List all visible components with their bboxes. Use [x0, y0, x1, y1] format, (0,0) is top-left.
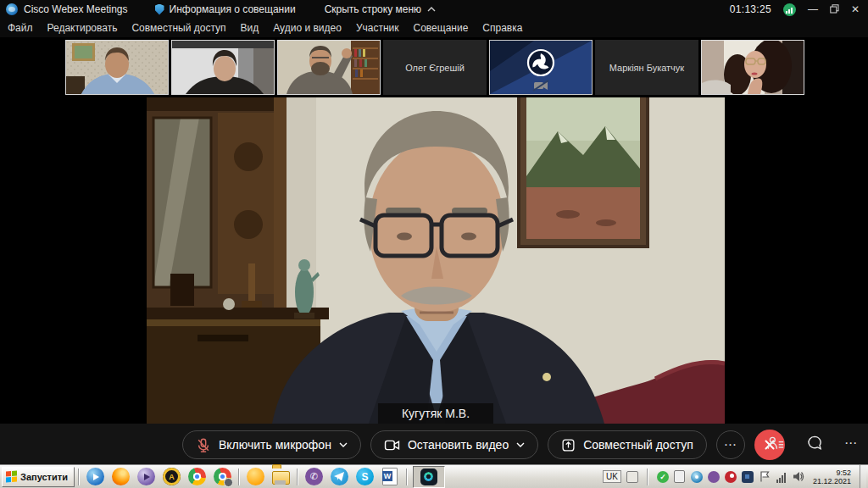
participant-tile-name-2[interactable]: Маркіян Букатчук: [595, 40, 698, 95]
chrome-icon[interactable]: [188, 468, 206, 485]
webex-window: Cisco Webex Meetings Информация о совеща…: [0, 0, 868, 488]
chrome-canary-icon[interactable]: [247, 468, 264, 485]
stop-video-label: Остановить видео: [408, 438, 509, 452]
menubar: Файл Редактировать Совместный доступ Вид…: [0, 19, 868, 37]
participant-tile-video-1[interactable]: [65, 40, 169, 95]
unmute-label: Включить микрофон: [219, 438, 331, 452]
hide-menubar-label: Скрыть строку меню: [325, 3, 421, 15]
network-signal-icon[interactable]: [776, 471, 787, 483]
hide-menubar-button[interactable]: Скрыть строку меню: [325, 3, 436, 15]
tray-clock[interactable]: 9:52 21.12.2021: [810, 469, 854, 485]
show-desktop-button[interactable]: [860, 465, 866, 488]
tray-time: 9:52: [813, 469, 851, 477]
windows-taskbar: Запустити A ✆ S UK: [0, 464, 868, 488]
power-tray-icon[interactable]: [674, 470, 685, 483]
participant-video-thumbnail: [278, 41, 380, 94]
participant-video-thumbnail: [702, 41, 804, 94]
menu-item-help[interactable]: Справка: [482, 22, 522, 34]
paper-plane-icon: [334, 472, 344, 481]
kmplayer-icon[interactable]: [137, 468, 155, 485]
keyboard-layout-icon[interactable]: [626, 471, 638, 483]
participant-video-thumbnail: [66, 41, 168, 94]
stop-video-button[interactable]: Остановить видео: [370, 430, 538, 459]
profile-badge: [224, 478, 233, 487]
connection-quality-icon: [783, 3, 796, 16]
meeting-timer: 01:13:25: [730, 3, 771, 15]
participant-tile-video-2[interactable]: [171, 40, 275, 95]
unmute-button[interactable]: Включить микрофон: [182, 430, 361, 459]
main-video-kugutyak[interactable]: Кугутяк М.В.: [147, 97, 725, 424]
webex-app-icon: [420, 469, 437, 485]
chat-panel-button[interactable]: [806, 435, 823, 451]
obs-thumbnail: [490, 41, 592, 94]
close-button[interactable]: ✕: [851, 4, 860, 14]
more-options-button[interactable]: ⋯: [716, 430, 745, 459]
meeting-controlbar: Включить микрофон Остановить видео: [0, 424, 868, 464]
chrome-profile-icon[interactable]: [214, 468, 231, 485]
chevron-up-icon: [427, 7, 436, 12]
participant-filmstrip: Олег Єгрешій: [0, 37, 868, 97]
speaker-name-tag: Кугутяк М.В.: [378, 403, 493, 424]
aimp-icon[interactable]: A: [163, 468, 181, 485]
webex-logo-icon: [6, 3, 18, 15]
participant-tile-obs[interactable]: [489, 40, 593, 95]
app-tray-icon[interactable]: [742, 471, 754, 483]
obs-logo-icon: [528, 50, 554, 75]
participants-panel-button[interactable]: [766, 435, 785, 451]
menu-item-audio-video[interactable]: Аудио и видео: [273, 22, 342, 34]
participant-tile-video-3[interactable]: [277, 40, 381, 95]
participant-name: Олег Єгрешій: [405, 63, 465, 73]
camera-icon: [384, 439, 400, 452]
language-indicator[interactable]: UK: [603, 470, 621, 483]
viber-icon[interactable]: ✆: [305, 468, 323, 485]
chevron-down-icon[interactable]: [339, 442, 348, 447]
telegram-icon[interactable]: [331, 468, 348, 485]
taskbar-separator: [238, 469, 240, 485]
share-label: Совместный доступ: [583, 438, 693, 452]
speaker-video-scene: [147, 97, 725, 424]
volume-icon[interactable]: [793, 471, 804, 483]
viber-tray-icon[interactable]: [708, 471, 720, 483]
participant-video-thumbnail: [172, 41, 274, 94]
menu-item-meeting[interactable]: Совещание: [414, 22, 469, 34]
mic-muted-icon: [196, 437, 211, 453]
firefox-icon[interactable]: [112, 468, 130, 485]
start-button[interactable]: Запустити: [2, 467, 75, 487]
main-stage: Кугутяк М.В.: [0, 97, 868, 424]
minimize-button[interactable]: —: [808, 4, 818, 14]
menu-item-share[interactable]: Совместный доступ: [131, 22, 225, 34]
utility-tray-icon[interactable]: [691, 471, 703, 483]
taskbar-separator: [78, 469, 80, 485]
meeting-info-button[interactable]: Информация о совещании: [170, 3, 296, 15]
file-explorer-icon[interactable]: [272, 471, 290, 485]
more-panels-button[interactable]: ⋯: [844, 435, 858, 451]
chevron-down-icon[interactable]: [516, 442, 525, 447]
tray-date: 21.12.2021: [813, 477, 851, 485]
taskbar-separator: [406, 469, 408, 485]
aimp-tray-icon[interactable]: [725, 471, 737, 483]
app-title: Cisco Webex Meetings: [24, 3, 128, 15]
maximize-button[interactable]: [830, 4, 839, 15]
word-icon[interactable]: [382, 468, 398, 485]
skype-icon[interactable]: S: [356, 468, 374, 485]
menu-item-edit[interactable]: Редактировать: [47, 22, 118, 34]
maximize-icon: [830, 4, 839, 14]
share-content-button[interactable]: Совместный доступ: [548, 430, 707, 459]
menu-item-participant[interactable]: Участник: [356, 22, 399, 34]
webex-taskbar-button-active[interactable]: [413, 466, 445, 488]
tray-separator: [647, 469, 648, 485]
share-icon: [561, 438, 576, 452]
participant-tile-name-1[interactable]: Олег Єгрешій: [383, 40, 487, 95]
action-center-flag-icon[interactable]: [759, 471, 771, 483]
participant-name: Маркіян Букатчук: [609, 63, 684, 73]
window-titlebar: Cisco Webex Meetings Информация о совеща…: [0, 0, 868, 19]
menu-item-view[interactable]: Вид: [241, 22, 259, 34]
menu-item-file[interactable]: Файл: [8, 22, 33, 34]
participant-tile-video-4[interactable]: [701, 40, 804, 95]
media-player-icon[interactable]: [86, 468, 104, 485]
antivirus-tray-icon[interactable]: ✓: [657, 471, 669, 483]
more-dots-icon: ⋯: [724, 437, 737, 452]
meeting-info-shield-icon: [155, 4, 164, 15]
taskbar-separator: [297, 469, 298, 485]
start-label: Запустити: [20, 472, 68, 482]
